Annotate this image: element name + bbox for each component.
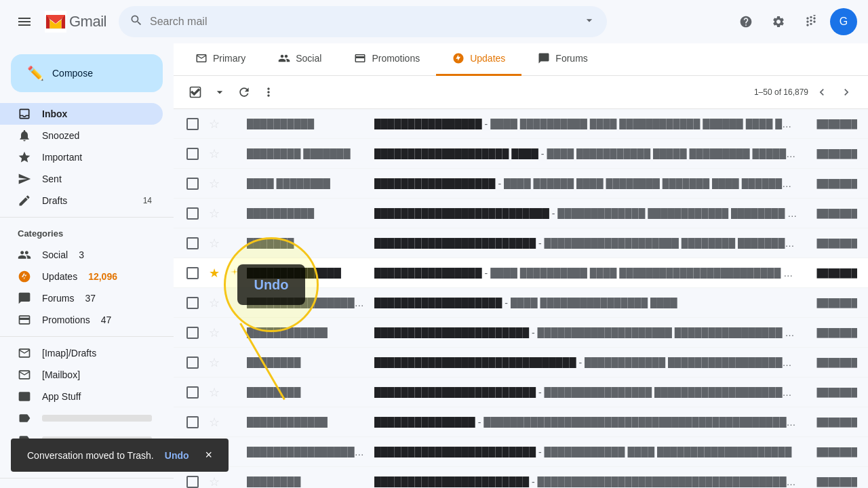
tab-promotions[interactable]: Promotions [338,43,436,76]
email-star[interactable]: ★ [206,265,222,281]
email-content: ███████████████ - ██████████████████████… [374,417,797,428]
tab-social[interactable]: Social [262,43,338,76]
sidebar-item-forums[interactable]: Forums 37 [0,287,163,309]
email-checkbox[interactable] [184,176,201,192]
email-checkbox[interactable] [184,325,201,341]
email-star[interactable]: ☆ [206,116,222,132]
email-row[interactable]: ☆ ██████████ ██████████████████████████ … [174,199,868,228]
email-sender: ████████████ [247,327,369,338]
email-row[interactable]: ★ ██████████████ ████████████████ - ████… [174,258,868,288]
email-checkbox[interactable] [184,474,201,489]
email-row[interactable]: ☆ ████████████ ███████████████████████ -… [174,318,868,348]
prev-page-button[interactable] [811,81,833,103]
tab-promotions-label: Promotions [372,53,420,64]
email-sender: ████████████████████ [247,298,369,308]
email-star[interactable]: ☆ [206,354,222,371]
email-sender: ██████████ [247,208,369,219]
email-toolbar: 1–50 of 16,879 [174,76,868,109]
email-row[interactable]: ☆ ████ ████████ ██████████████████ - ███… [174,169,868,199]
email-row[interactable]: ☆ ████████████████████ █████████████████… [174,288,868,318]
sidebar-item-inbox[interactable]: Inbox [0,103,163,125]
email-row[interactable]: ☆ ████████ ███████ ████████████████████ … [174,139,868,169]
promotions-label: Promotions [42,314,90,325]
snackbar-close-button[interactable]: × [205,448,213,462]
apps-icon[interactable] [797,8,825,35]
important-icon [18,150,31,164]
menu-icon[interactable] [11,8,38,35]
promotions-icon [18,313,31,327]
sidebar-item-drafts[interactable]: Drafts 14 [0,190,163,211]
email-checkbox[interactable] [184,384,201,401]
email-row[interactable]: ☆ ██████████ ████████████████ - ████ ███… [174,109,868,139]
snoozed-label: Snoozed [42,130,152,141]
email-star[interactable]: ☆ [206,414,222,430]
email-checkbox[interactable] [184,146,201,162]
email-subject: ████████████████████████ [374,387,536,398]
email-row[interactable]: ☆ ████████████████████ █████████████████… [174,437,868,467]
tab-forums-label: Forums [555,53,587,64]
refresh-button[interactable] [233,81,255,103]
email-row[interactable]: ☆ ████████ █████████████████████████████… [174,348,868,378]
email-checkbox[interactable] [184,205,201,222]
compose-button[interactable]: ✏️ Compose [11,54,163,92]
email-content: ████████████████████ ████ - ████ ███████… [374,148,797,159]
sidebar-item-imap-drafts[interactable]: [Imap]/Drafts [0,342,163,364]
search-input[interactable] [150,16,576,28]
help-icon[interactable] [732,8,760,35]
email-content: ████████████████ - ████ ██████████ ████ … [374,119,797,129]
sidebar-item-label1[interactable] [0,407,163,429]
email-row[interactable]: ☆ ███████ ████████████████████████ - ███… [174,228,868,258]
email-star[interactable]: ☆ [206,146,222,162]
sidebar-item-sent[interactable]: Sent [0,168,163,190]
social-label: Social [42,249,68,260]
search-dropdown-icon[interactable] [583,14,596,29]
sidebar-item-promotions[interactable]: Promotions 47 [0,309,163,331]
next-page-button[interactable] [835,81,857,103]
email-star[interactable]: ☆ [206,205,222,222]
email-content: ████████████████████████ - █████████████… [374,387,797,398]
email-subject: ███████████████████████ [374,476,529,487]
email-checkbox[interactable] [184,265,201,281]
select-dropdown[interactable] [209,81,231,103]
email-star[interactable]: ☆ [206,384,222,401]
email-preview: - ████████████████████ ████████ ████████… [538,238,797,249]
sidebar-item-app-stuff[interactable]: App Stuff [0,386,163,407]
tabs-bar: Primary Social Promotions Updates Forums [174,43,868,76]
categories-header: Categories [0,223,174,244]
email-star[interactable]: ☆ [206,235,222,251]
email-checkbox[interactable] [184,116,201,132]
email-checkbox[interactable] [184,414,201,430]
snackbar-undo-button[interactable]: Undo [165,450,189,461]
email-star[interactable]: ☆ [206,474,222,489]
email-star[interactable]: ☆ [206,176,222,192]
email-row[interactable]: ☆ ████████ ███████████████████████ - ███… [174,467,868,488]
select-checkbox[interactable] [184,81,206,103]
email-checkbox[interactable] [184,235,201,251]
email-preview: - ████████████████████ ████████████████ … [532,327,797,338]
inbox-label: Inbox [42,108,152,119]
email-star[interactable]: ☆ [206,325,222,341]
sidebar-item-mailbox[interactable]: [Mailbox] [0,364,163,386]
email-star[interactable]: ☆ [206,295,222,311]
sidebar-item-social[interactable]: Social 3 [0,244,163,266]
more-options-button[interactable] [258,81,279,103]
imap-drafts-icon [18,346,31,360]
tab-forums[interactable]: Forums [521,43,604,76]
snoozed-icon [18,129,31,142]
email-checkbox[interactable] [184,295,201,311]
email-sender: ████████████ [247,417,369,428]
email-row[interactable]: ☆ ████████████ ███████████████ - ███████… [174,407,868,437]
tab-updates[interactable]: Updates [436,43,521,76]
email-checkbox[interactable] [184,354,201,371]
email-list: ☆ ██████████ ████████████████ - ████ ███… [174,109,868,488]
email-row[interactable]: ☆ ████████ ████████████████████████ - ██… [174,378,868,407]
sidebar-item-important[interactable]: Important [0,146,163,168]
sidebar-item-snoozed[interactable]: Snoozed [0,125,163,146]
email-content: ██████████████████ - ████ ██████ ████ ██… [374,178,797,189]
sidebar-item-updates[interactable]: Updates 12,096 [0,266,163,287]
tab-primary[interactable]: Primary [179,43,262,76]
user-avatar[interactable]: G [830,8,857,35]
email-preview: - ██████████████████████████████████████… [532,476,797,487]
settings-icon[interactable] [765,8,792,35]
top-right-icons: G [732,8,857,35]
